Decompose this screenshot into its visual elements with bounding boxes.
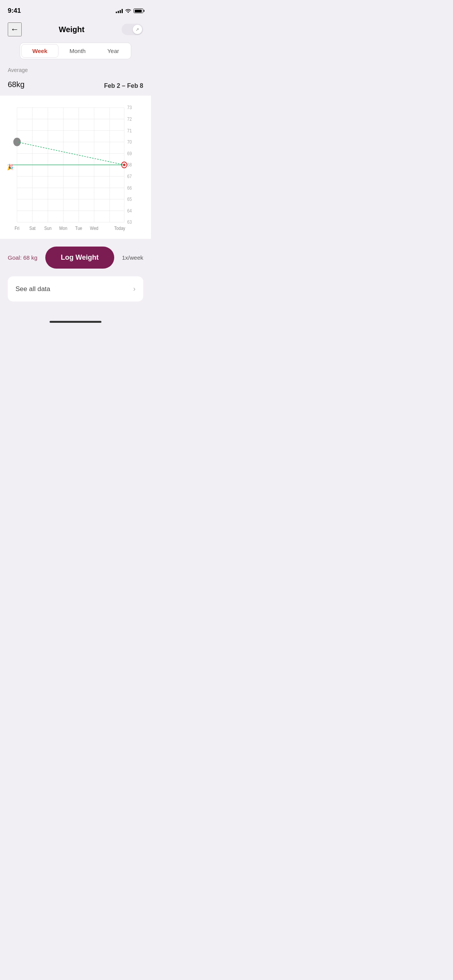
svg-text:72: 72 <box>127 117 132 122</box>
weight-chart: 73 72 71 70 69 68 67 66 65 64 63 🎉 Fri <box>4 103 136 235</box>
svg-text:67: 67 <box>127 174 132 179</box>
trend-toggle-knob: ↗ <box>133 25 142 34</box>
svg-text:71: 71 <box>127 128 132 133</box>
svg-text:Sat: Sat <box>29 226 36 231</box>
svg-text:Fri: Fri <box>15 226 19 231</box>
header: ← Weight ↗ <box>0 19 151 43</box>
frequency-text: 1x/week <box>122 254 143 261</box>
date-range: Feb 2 – Feb 8 <box>104 82 143 89</box>
svg-text:🎉: 🎉 <box>7 163 14 171</box>
segment-week[interactable]: Week <box>21 44 59 58</box>
svg-text:63: 63 <box>127 220 132 225</box>
see-all-card[interactable]: See all data › <box>8 276 143 302</box>
status-time: 9:41 <box>8 7 21 15</box>
average-value: 68kg <box>8 74 28 89</box>
back-arrow-icon: ← <box>10 24 19 34</box>
svg-text:69: 69 <box>127 151 132 156</box>
trend-up-icon: ↗ <box>136 27 139 32</box>
segment-year[interactable]: Year <box>96 44 130 58</box>
chart-wrapper: 73 72 71 70 69 68 67 66 65 64 63 🎉 Fri <box>0 103 151 235</box>
segment-container: Week Month Year <box>0 43 151 65</box>
goal-text: Goal: 68 kg <box>8 254 38 261</box>
log-weight-button[interactable]: Log Weight <box>45 247 114 269</box>
home-indicator <box>0 309 151 327</box>
svg-text:70: 70 <box>127 140 132 145</box>
svg-text:Wed: Wed <box>90 226 98 231</box>
see-all-label: See all data <box>15 285 50 293</box>
svg-text:Mon: Mon <box>59 226 67 231</box>
action-row: Goal: 68 kg Log Weight 1x/week <box>8 247 143 276</box>
svg-text:73: 73 <box>127 105 132 110</box>
bottom-section: Goal: 68 kg Log Weight 1x/week See all d… <box>0 239 151 302</box>
average-unit: kg <box>16 80 24 89</box>
chart-section: 73 72 71 70 69 68 67 66 65 64 63 🎉 Fri <box>0 96 151 239</box>
back-button[interactable]: ← <box>8 22 22 36</box>
battery-icon <box>134 9 143 13</box>
signal-bars-icon <box>116 9 123 13</box>
svg-text:Today: Today <box>114 226 125 231</box>
svg-text:64: 64 <box>127 208 132 213</box>
svg-text:Tue: Tue <box>75 226 82 231</box>
status-bar: 9:41 <box>0 0 151 19</box>
svg-text:68: 68 <box>127 163 132 168</box>
svg-point-33 <box>123 164 125 166</box>
svg-text:65: 65 <box>127 197 132 202</box>
stats-row: Average 68kg Feb 2 – Feb 8 <box>0 65 151 96</box>
segment-month[interactable]: Month <box>58 44 96 58</box>
wifi-icon <box>125 8 131 14</box>
segment-control: Week Month Year <box>20 43 132 59</box>
chevron-right-icon: › <box>133 285 136 293</box>
page-title: Weight <box>59 25 84 34</box>
trend-toggle[interactable]: ↗ <box>122 24 143 35</box>
average-label: Average <box>8 67 28 73</box>
home-bar <box>50 321 101 323</box>
svg-text:Sun: Sun <box>44 226 51 231</box>
average-block: Average 68kg <box>8 67 28 89</box>
status-icons <box>116 8 143 14</box>
svg-text:66: 66 <box>127 185 132 190</box>
